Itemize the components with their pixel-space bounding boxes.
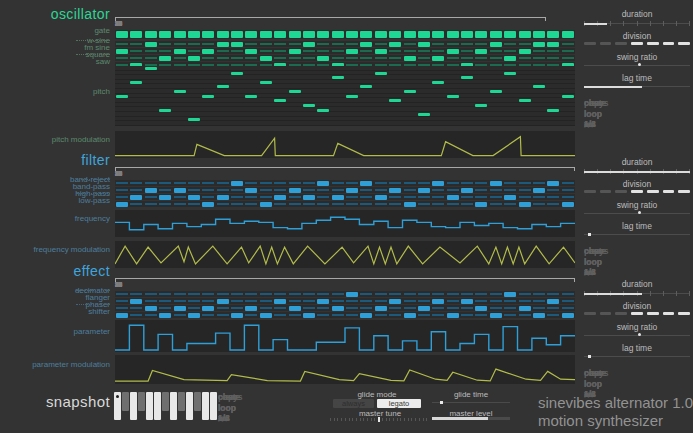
gate-step[interactable]	[547, 31, 559, 38]
type-step-off[interactable]	[346, 203, 358, 205]
pitch-note[interactable]	[317, 109, 329, 112]
pitch-note[interactable]	[418, 113, 430, 116]
pitch-note[interactable]	[245, 95, 257, 98]
type-step-off[interactable]	[202, 196, 214, 198]
type-step-on[interactable]	[461, 299, 473, 304]
type-step-off[interactable]	[547, 307, 559, 309]
type-step-off[interactable]	[174, 293, 186, 295]
gate-step[interactable]	[130, 31, 142, 38]
wave-step-on[interactable]	[360, 42, 372, 47]
type-step-off[interactable]	[303, 300, 315, 302]
wave-step-off[interactable]	[317, 43, 329, 45]
type-step-on[interactable]	[389, 188, 401, 193]
type-step-off[interactable]	[447, 182, 459, 184]
wave-step-off[interactable]	[217, 57, 229, 59]
division-dash[interactable]	[600, 312, 612, 315]
wave-step-off[interactable]	[274, 57, 286, 59]
type-step-off[interactable]	[504, 314, 516, 316]
edit--[interactable]: >>	[584, 268, 592, 278]
type-step-off[interactable]	[245, 314, 257, 316]
type-step-on[interactable]	[332, 306, 344, 311]
pitch-note[interactable]	[447, 95, 459, 98]
type-step-off[interactable]	[289, 293, 301, 295]
type-step-off[interactable]	[145, 182, 157, 184]
type-step-off[interactable]	[547, 189, 559, 191]
type-step-off[interactable]	[389, 203, 401, 205]
type-step-on[interactable]	[202, 306, 214, 311]
swing-ratio-slider-effect[interactable]	[584, 333, 690, 339]
division-dash[interactable]	[663, 312, 675, 315]
wave-step-off[interactable]	[447, 43, 459, 45]
type-step-off[interactable]	[547, 196, 559, 198]
gate-step[interactable]	[404, 31, 416, 38]
type-step-on[interactable]	[418, 188, 430, 193]
wave-step-off[interactable]	[174, 43, 186, 45]
type-step-off[interactable]	[475, 300, 487, 302]
type-step-off[interactable]	[346, 307, 358, 309]
type-step-off[interactable]	[533, 182, 545, 184]
wave-step-off[interactable]	[174, 57, 186, 59]
snapshot-key-2[interactable]	[122, 392, 129, 411]
division-dash[interactable]	[584, 312, 596, 315]
swing-ratio-slider-oscillator[interactable]	[584, 63, 690, 69]
type-step-off[interactable]	[375, 203, 387, 205]
type-step-off[interactable]	[260, 196, 272, 198]
type-step-off[interactable]	[562, 189, 574, 191]
type-step-off[interactable]	[274, 293, 286, 295]
gate-step[interactable]	[317, 31, 329, 38]
pitch-note[interactable]	[547, 109, 559, 112]
type-step-on[interactable]	[447, 313, 459, 318]
type-step-on[interactable]	[317, 181, 329, 186]
wave-step-off[interactable]	[375, 57, 387, 59]
pitch-note[interactable]	[332, 76, 344, 79]
type-step-off[interactable]	[475, 189, 487, 191]
gate-step[interactable]	[461, 31, 473, 38]
type-step-off[interactable]	[418, 203, 430, 205]
snapshot-key-7[interactable]	[162, 392, 169, 411]
pitch-note[interactable]	[475, 104, 487, 107]
type-step-off[interactable]	[159, 307, 171, 309]
type-step-off[interactable]	[332, 189, 344, 191]
type-step-on[interactable]	[533, 188, 545, 193]
wave-step-off[interactable]	[159, 43, 171, 45]
wave-step-off[interactable]	[519, 43, 531, 45]
type-step-off[interactable]	[404, 189, 416, 191]
gate-step[interactable]	[159, 31, 171, 38]
type-step-off[interactable]	[231, 189, 243, 191]
type-step-off[interactable]	[475, 182, 487, 184]
glide-time-slider[interactable]	[432, 400, 510, 406]
type-step-on[interactable]	[404, 202, 416, 207]
type-step-off[interactable]	[188, 182, 200, 184]
pitch-note[interactable]	[217, 85, 229, 88]
type-step-on[interactable]	[346, 292, 358, 297]
division-dash[interactable]	[663, 42, 675, 45]
type-step-off[interactable]	[217, 182, 229, 184]
type-step-off[interactable]	[447, 293, 459, 295]
wave-step-on[interactable]	[145, 42, 157, 47]
type-step-off[interactable]	[375, 293, 387, 295]
type-step-off[interactable]	[389, 307, 401, 309]
type-step-off[interactable]	[159, 203, 171, 205]
type-step-off[interactable]	[231, 293, 243, 295]
wave-step-off[interactable]	[303, 50, 315, 52]
gate-step[interactable]	[432, 31, 444, 38]
value-lane-frequency[interactable]	[115, 210, 575, 237]
type-step-on[interactable]	[432, 181, 444, 186]
type-step-on[interactable]	[475, 202, 487, 207]
type-step-off[interactable]	[360, 300, 372, 302]
edit--[interactable]: >>	[584, 120, 592, 130]
type-step-on[interactable]	[317, 299, 329, 304]
snapshot-key-6[interactable]	[154, 392, 161, 420]
division-dash[interactable]	[600, 190, 612, 193]
type-step-on[interactable]	[245, 306, 257, 311]
gate-step[interactable]	[519, 31, 531, 38]
gate-step[interactable]	[490, 31, 502, 38]
division-dash[interactable]	[600, 42, 612, 45]
wave-step-off[interactable]	[533, 50, 545, 52]
wave-step-off[interactable]	[116, 57, 128, 59]
wave-step-on[interactable]	[231, 42, 243, 47]
type-step-off[interactable]	[447, 203, 459, 205]
type-step-off[interactable]	[404, 300, 416, 302]
type-step-off[interactable]	[260, 293, 272, 295]
wave-step-off[interactable]	[461, 43, 473, 45]
